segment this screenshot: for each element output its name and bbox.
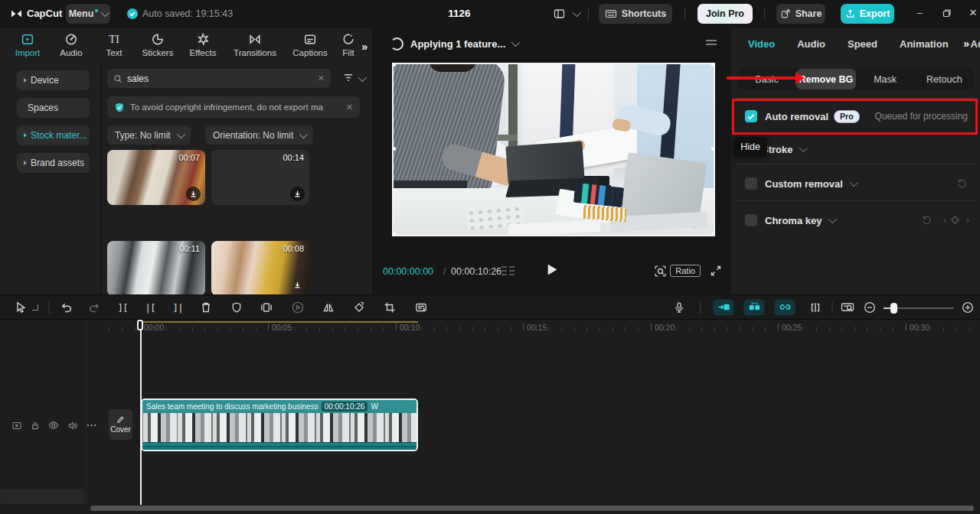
stock-video-thumbnail[interactable]: 00:07	[107, 150, 205, 205]
tab-captions[interactable]: Captions	[285, 33, 335, 57]
selection-handle[interactable]	[711, 233, 714, 235]
next-keyframe-icon[interactable]: ›	[966, 214, 969, 226]
link-toggle[interactable]	[775, 299, 795, 315]
playhead-handle[interactable]	[137, 320, 143, 330]
preview-menu-icon[interactable]	[705, 39, 717, 48]
delete-icon[interactable]	[200, 301, 212, 314]
sidebar-item-brand-assets[interactable]: Brand assets	[17, 153, 90, 173]
custom-removal-chevron-icon[interactable]	[850, 178, 858, 187]
reset-icon[interactable]	[921, 214, 933, 226]
selection-handle[interactable]	[394, 233, 396, 235]
previous-keyframe-icon[interactable]: ‹	[943, 214, 946, 226]
timeline-zoom-slider[interactable]	[884, 307, 954, 309]
more-options-icon[interactable]	[87, 424, 96, 427]
chroma-key-chevron-icon[interactable]	[828, 215, 837, 223]
tab-text[interactable]: TI Text	[93, 33, 135, 57]
mirror-icon[interactable]	[322, 301, 335, 314]
redo-icon[interactable]	[88, 301, 101, 314]
mute-track-icon[interactable]	[67, 421, 78, 431]
tab-audio[interactable]: Audio	[49, 33, 93, 57]
lock-track-icon[interactable]	[31, 421, 40, 431]
filter-funnel-icon[interactable]	[342, 72, 354, 83]
close-button[interactable]: ✕	[963, 7, 980, 18]
expand-tabs-icon[interactable]: »	[361, 41, 368, 53]
minimize-button[interactable]: –	[910, 7, 929, 18]
close-notice-icon[interactable]: ✕	[346, 102, 353, 112]
tab-stickers[interactable]: Stickers	[135, 33, 181, 57]
join-pro-button[interactable]: Join Pro	[697, 4, 753, 24]
auto-split-toggle[interactable]	[744, 299, 765, 315]
timeline-view-icon[interactable]	[841, 301, 854, 314]
tab-video[interactable]: Video	[748, 38, 775, 50]
focus-frame-icon[interactable]	[654, 265, 667, 278]
tab-import[interactable]: Import	[6, 33, 49, 57]
cover-button[interactable]: Cover	[109, 409, 132, 440]
filter-chevron-icon[interactable]	[358, 73, 367, 82]
subtab-remove-bg[interactable]: Remove BG	[796, 69, 855, 89]
chroma-key-checkbox[interactable]	[745, 214, 757, 226]
stock-video-thumbnail[interactable]: 00:08	[211, 241, 309, 294]
download-icon[interactable]	[290, 187, 305, 201]
hide-track-icon[interactable]	[48, 421, 59, 430]
tab-transitions[interactable]: Transitions	[225, 33, 285, 57]
selection-handle[interactable]	[711, 64, 714, 67]
restore-button[interactable]	[942, 8, 952, 18]
rotate-icon[interactable]	[353, 301, 365, 314]
stock-video-thumbnail[interactable]: 00:11	[107, 241, 205, 294]
record-voiceover-icon[interactable]	[674, 301, 685, 314]
frame-view-icon[interactable]	[501, 265, 516, 276]
sidebar-item-stock-materials[interactable]: Stock mater...	[17, 125, 90, 145]
horizontal-scrollbar[interactable]	[90, 506, 974, 511]
remove-caption-icon[interactable]	[415, 301, 428, 314]
tab-filters[interactable]: Filt	[335, 33, 361, 57]
tab-adjust[interactable]: Adju	[971, 38, 980, 50]
stroke-chevron-icon[interactable]	[799, 144, 808, 152]
undo-icon[interactable]	[60, 301, 74, 314]
subtab-mask[interactable]: Mask	[856, 69, 915, 89]
layout-chevron-icon[interactable]	[573, 8, 581, 17]
mask-icon[interactable]	[231, 301, 243, 314]
freeze-frame-icon[interactable]	[260, 301, 273, 314]
split-view-icon[interactable]	[809, 301, 822, 314]
menu-button[interactable]: Menu	[66, 4, 110, 24]
download-icon[interactable]	[290, 278, 305, 292]
subtab-retouch[interactable]: Retouch	[915, 69, 974, 89]
tab-animation[interactable]: Animation	[900, 38, 949, 50]
preview-clip-icon[interactable]	[292, 301, 305, 314]
slider-handle[interactable]	[890, 303, 897, 314]
auto-snap-toggle[interactable]	[714, 299, 734, 315]
search-input[interactable]: sales ✕	[107, 69, 331, 88]
tab-speed[interactable]: Speed	[848, 38, 877, 50]
sidebar-item-spaces[interactable]: Spaces	[17, 98, 90, 118]
timeline-clip[interactable]: Sales team meeting to discuss marketing …	[141, 399, 418, 451]
custom-removal-checkbox[interactable]	[745, 177, 757, 190]
export-button[interactable]: Export	[841, 4, 894, 24]
split-icon[interactable]: ][	[117, 301, 128, 313]
type-filter-dropdown[interactable]: Type: No limit	[107, 125, 191, 145]
shortcuts-button[interactable]: Shortcuts	[599, 4, 672, 24]
stock-video-thumbnail[interactable]: 00:14	[211, 150, 309, 205]
add-keyframe-icon[interactable]	[951, 216, 959, 224]
reset-icon[interactable]	[956, 177, 968, 189]
sidebar-item-device[interactable]: Device	[17, 70, 90, 90]
crop-icon[interactable]	[384, 301, 396, 314]
select-tool-chevron-icon[interactable]	[32, 304, 38, 311]
zoom-out-icon[interactable]	[864, 301, 876, 314]
play-button[interactable]	[547, 263, 558, 276]
orientation-filter-dropdown[interactable]: Orientation: No limit	[205, 125, 313, 145]
select-tool-icon[interactable]	[15, 301, 27, 314]
tab-audio[interactable]: Audio	[797, 38, 825, 50]
download-icon[interactable]	[186, 187, 201, 201]
delete-right-icon[interactable]: ]|	[172, 301, 183, 313]
ratio-button[interactable]: Ratio	[670, 265, 701, 277]
layout-icon[interactable]	[553, 8, 566, 20]
status-chevron-icon[interactable]	[511, 38, 520, 47]
expand-inspector-tabs-icon[interactable]: »	[963, 37, 969, 50]
tab-effects[interactable]: Effects	[181, 33, 225, 57]
clear-search-icon[interactable]: ✕	[318, 73, 325, 83]
fullscreen-icon[interactable]	[710, 265, 722, 277]
delete-left-icon[interactable]: |[	[145, 301, 155, 313]
zoom-in-icon[interactable]	[962, 301, 974, 314]
share-button[interactable]: Share	[776, 4, 825, 24]
playhead-line[interactable]	[140, 330, 142, 505]
